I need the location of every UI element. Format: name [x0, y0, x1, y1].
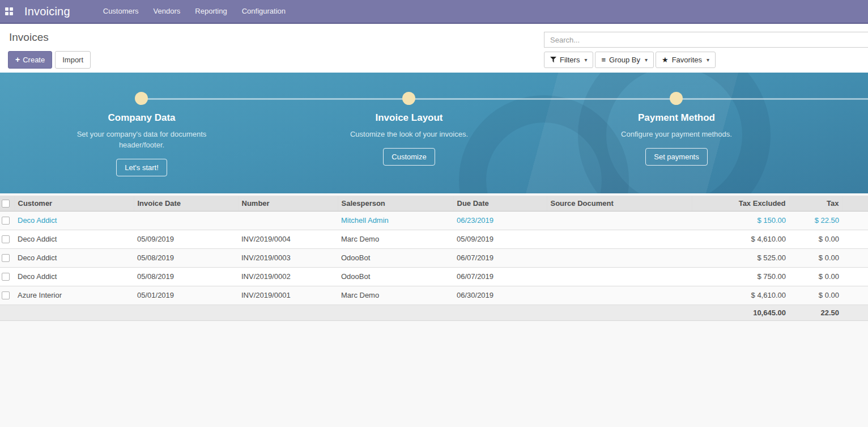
invoice-table: Customer Invoice Date Number Salesperson…: [0, 196, 868, 321]
cell-due-date[interactable]: 06/07/2019: [453, 248, 547, 267]
cell-number[interactable]: INV/2019/0002: [238, 267, 338, 286]
cell-invoice-date[interactable]: [134, 211, 238, 230]
cell-customer[interactable]: Deco Addict: [14, 267, 134, 286]
favorites-button[interactable]: ★ Favorites ▾: [656, 52, 716, 68]
column-header-salesperson[interactable]: Salesperson: [338, 196, 453, 211]
cell-due-date[interactable]: 05/09/2019: [453, 230, 547, 248]
cell-invoice-date[interactable]: 05/08/2019: [134, 267, 238, 286]
cell-invoice-date[interactable]: 05/09/2019: [134, 230, 238, 248]
column-header-source-document[interactable]: Source Document: [547, 196, 692, 211]
onboarding-banner: Company Data Set your company's data for…: [0, 73, 868, 193]
row-checkbox[interactable]: [2, 217, 10, 225]
onboarding-step-payment-method: Payment Method Configure your payment me…: [597, 112, 756, 166]
cell-due-date[interactable]: 06/07/2019: [453, 267, 547, 286]
column-header-customer[interactable]: Customer: [14, 196, 134, 211]
set-payments-button[interactable]: Set payments: [645, 148, 708, 166]
column-header-invoice-date[interactable]: Invoice Date: [134, 196, 238, 211]
chevron-down-icon: ▾: [707, 57, 709, 63]
customize-button[interactable]: Customize: [383, 148, 435, 166]
cell-salesperson[interactable]: Marc Demo: [338, 230, 453, 248]
cell-number[interactable]: [238, 211, 338, 230]
nav-item-configuration[interactable]: Configuration: [235, 0, 293, 23]
cell-tax[interactable]: $ 0.00: [789, 248, 843, 267]
cell-number[interactable]: INV/2019/0001: [238, 286, 338, 305]
cell-tax[interactable]: $ 0.00: [789, 230, 843, 248]
cell-tax[interactable]: $ 22.50: [789, 211, 843, 230]
navbar-menu: Customers Vendors Reporting Configuratio…: [96, 0, 293, 23]
cell-number[interactable]: INV/2019/0003: [238, 248, 338, 267]
cell-filler: [843, 286, 868, 305]
import-button[interactable]: Import: [55, 51, 91, 69]
step-dot-company-data: [135, 92, 148, 105]
apps-menu-icon[interactable]: [5, 7, 14, 16]
cell-salesperson[interactable]: OdooBot: [338, 248, 453, 267]
nav-item-reporting[interactable]: Reporting: [188, 0, 234, 23]
nav-item-vendors[interactable]: Vendors: [146, 0, 188, 23]
cell-filler: [843, 267, 868, 286]
cell-customer[interactable]: Deco Addict: [14, 211, 134, 230]
column-header-filler: [843, 196, 868, 211]
cell-tax[interactable]: $ 0.00: [789, 267, 843, 286]
cell-tax-excluded[interactable]: $ 4,610.00: [692, 286, 789, 305]
column-header-number[interactable]: Number: [238, 196, 338, 211]
row-checkbox-cell: [0, 286, 14, 305]
search-input[interactable]: [544, 32, 868, 48]
row-checkbox[interactable]: [2, 254, 10, 262]
cell-due-date[interactable]: 06/23/2019: [453, 211, 547, 230]
top-navbar: Invoicing Customers Vendors Reporting Co…: [0, 0, 868, 24]
table-row[interactable]: Azure Interior 05/01/2019 INV/2019/0001 …: [0, 286, 868, 305]
step-dot-invoice-layout: [402, 92, 415, 105]
select-all-checkbox[interactable]: [2, 200, 10, 208]
cell-source-document[interactable]: [547, 267, 692, 286]
cell-source-document[interactable]: [547, 248, 692, 267]
cell-customer[interactable]: Deco Addict: [14, 230, 134, 248]
cell-salesperson[interactable]: OdooBot: [338, 267, 453, 286]
plus-icon: +: [15, 55, 20, 64]
cell-source-document[interactable]: [547, 286, 692, 305]
cell-tax-excluded[interactable]: $ 525.00: [692, 248, 789, 267]
invoice-table-body: Deco Addict Mitchell Admin 06/23/2019 $ …: [0, 211, 868, 305]
lets-start-button[interactable]: Let's start!: [116, 159, 167, 176]
row-checkbox[interactable]: [2, 235, 10, 243]
step-title: Payment Method: [597, 112, 756, 124]
row-checkbox-cell: [0, 230, 14, 248]
funnel-icon: [550, 57, 556, 63]
row-checkbox[interactable]: [2, 291, 10, 299]
app-brand[interactable]: Invoicing: [24, 5, 70, 18]
cell-customer[interactable]: Azure Interior: [14, 286, 134, 305]
chevron-down-icon: ▾: [584, 57, 587, 63]
step-dot-payment-method: [670, 92, 683, 105]
filters-button[interactable]: Filters ▾: [544, 52, 593, 68]
cell-tax-excluded[interactable]: $ 4,610.00: [692, 230, 789, 248]
cell-salesperson[interactable]: Mitchell Admin: [338, 211, 453, 230]
table-row[interactable]: Deco Addict 05/09/2019 INV/2019/0004 Mar…: [0, 230, 868, 248]
onboarding-step-invoice-layout: Invoice Layout Customize the look of you…: [330, 112, 488, 166]
cell-invoice-date[interactable]: 05/01/2019: [134, 286, 238, 305]
group-by-button[interactable]: ≡ Group By ▾: [595, 52, 654, 68]
nav-item-customers[interactable]: Customers: [96, 0, 146, 23]
cell-invoice-date[interactable]: 05/08/2019: [134, 248, 238, 267]
cell-salesperson[interactable]: Marc Demo: [338, 286, 453, 305]
cell-source-document[interactable]: [547, 211, 692, 230]
row-checkbox-cell: [0, 248, 14, 267]
cell-customer[interactable]: Deco Addict: [14, 248, 134, 267]
row-checkbox-cell: [0, 211, 14, 230]
star-icon: ★: [662, 56, 669, 64]
cell-due-date[interactable]: 06/30/2019: [453, 286, 547, 305]
table-row[interactable]: Deco Addict 05/08/2019 INV/2019/0003 Odo…: [0, 248, 868, 267]
step-description: Configure your payment methods.: [609, 129, 744, 139]
step-description: Set your company's data for documents he…: [74, 129, 209, 150]
cell-tax-excluded[interactable]: $ 750.00: [692, 267, 789, 286]
column-header-tax-excluded[interactable]: Tax Excluded: [692, 196, 789, 211]
cell-number[interactable]: INV/2019/0004: [238, 230, 338, 248]
table-row[interactable]: Deco Addict 05/08/2019 INV/2019/0002 Odo…: [0, 267, 868, 286]
row-checkbox[interactable]: [2, 273, 10, 281]
column-header-tax[interactable]: Tax: [789, 196, 843, 211]
group-by-icon: ≡: [601, 56, 606, 64]
cell-source-document[interactable]: [547, 230, 692, 248]
create-button[interactable]: +Create: [8, 51, 52, 69]
cell-tax-excluded[interactable]: $ 150.00: [692, 211, 789, 230]
table-row[interactable]: Deco Addict Mitchell Admin 06/23/2019 $ …: [0, 211, 868, 230]
cell-tax[interactable]: $ 0.00: [789, 286, 843, 305]
column-header-due-date[interactable]: Due Date: [453, 196, 547, 211]
